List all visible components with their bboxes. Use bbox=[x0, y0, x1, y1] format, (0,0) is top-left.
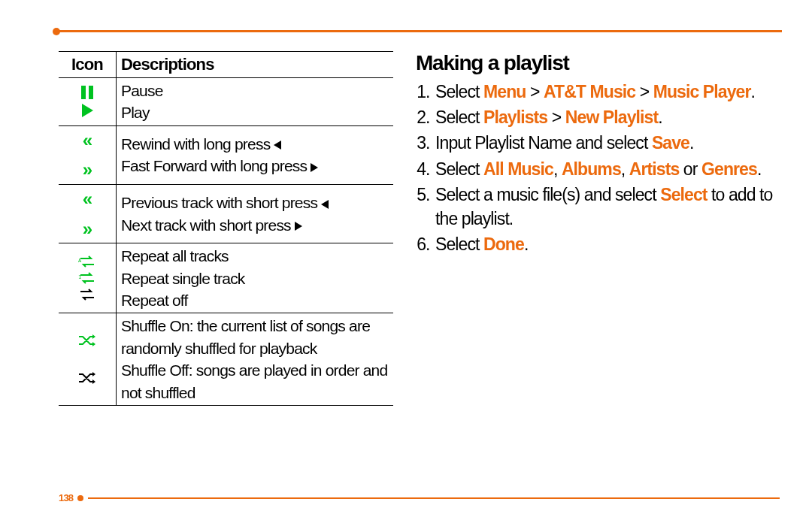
em-done: Done bbox=[483, 234, 524, 254]
prev-track-icon: « bbox=[83, 186, 92, 212]
repeat-all-icon: A bbox=[77, 255, 97, 268]
desc-play: Play bbox=[121, 101, 389, 123]
play-icon bbox=[82, 104, 93, 117]
desc-sh-on: Shuffle On: the current list of songs ar… bbox=[121, 315, 389, 359]
th-icon: Icon bbox=[59, 52, 117, 78]
step-2: Select Playlists > New Playlist. bbox=[434, 105, 782, 129]
rewind-icon: « bbox=[83, 128, 92, 153]
step-3: Input Playlist Name and select Save. bbox=[434, 131, 782, 155]
cell-icons-seek: « » bbox=[59, 125, 117, 184]
desc-pause: Pause bbox=[121, 80, 389, 101]
divider-top-dot bbox=[53, 28, 60, 35]
left-triangle-icon-2 bbox=[321, 200, 329, 209]
desc-next: Next track with short press bbox=[121, 214, 389, 236]
footer-dot-icon bbox=[77, 495, 83, 501]
em-select: Select bbox=[660, 185, 707, 204]
cell-desc-track: Previous track with short press Next tra… bbox=[117, 184, 394, 243]
em-menu: Menu bbox=[483, 82, 526, 101]
step-6: Select Done. bbox=[434, 232, 782, 256]
step-4: Select All Music, Albums, Artists or Gen… bbox=[434, 157, 782, 181]
em-save: Save bbox=[652, 133, 689, 153]
cell-icons-playpause bbox=[59, 78, 117, 126]
step-1: Select Menu > AT&T Music > Music Player. bbox=[434, 80, 782, 104]
cell-desc-repeat: Repeat all tracks Repeat single track Re… bbox=[117, 243, 394, 313]
cell-desc-shuffle: Shuffle On: the current list of songs ar… bbox=[117, 313, 394, 406]
repeat-off-icon bbox=[77, 289, 97, 301]
cell-desc-seek: Rewind with long press Fast Forward with… bbox=[117, 125, 394, 184]
page-footer: 138 bbox=[59, 492, 780, 503]
cell-desc-playpause: Pause Play bbox=[117, 78, 394, 126]
page-number: 138 bbox=[59, 492, 73, 503]
steps-list: Select Menu > AT&T Music > Music Player.… bbox=[416, 80, 782, 256]
instructions-column: Making a playlist Select Menu > AT&T Mus… bbox=[416, 51, 782, 484]
em-music-player: Music Player bbox=[653, 82, 751, 101]
em-att-music: AT&T Music bbox=[544, 82, 635, 101]
em-albums: Albums bbox=[562, 159, 621, 179]
desc-rewind: Rewind with long press bbox=[121, 133, 389, 155]
em-genres: Genres bbox=[701, 159, 757, 179]
right-triangle-icon bbox=[311, 163, 318, 172]
section-heading: Making a playlist bbox=[416, 51, 782, 75]
em-playlists: Playlists bbox=[483, 107, 547, 127]
svg-text:1: 1 bbox=[78, 274, 81, 280]
icon-descriptions-table: Icon Descriptions Pause Play bbox=[59, 51, 393, 406]
right-triangle-icon-2 bbox=[295, 222, 302, 231]
desc-ff: Fast Forward with long press bbox=[121, 155, 389, 177]
desc-sh-off: Shuffle Off: songs are played in order a… bbox=[121, 359, 389, 404]
divider-top bbox=[56, 30, 782, 32]
shuffle-on-icon bbox=[77, 334, 97, 346]
em-artists: Artists bbox=[629, 159, 680, 179]
th-desc: Descriptions bbox=[117, 52, 394, 78]
page-body: Icon Descriptions Pause Play bbox=[59, 51, 782, 484]
step-5: Select a music file(s) and select Select… bbox=[434, 183, 782, 231]
cell-icons-shuffle bbox=[59, 313, 117, 406]
desc-rep-off: Repeat off bbox=[121, 289, 389, 311]
icon-table-column: Icon Descriptions Pause Play bbox=[59, 51, 393, 484]
em-new-playlist: New Playlist bbox=[565, 107, 658, 127]
footer-rule bbox=[88, 497, 780, 499]
desc-rep-one: Repeat single track bbox=[121, 268, 389, 289]
fastforward-icon: » bbox=[83, 157, 92, 183]
shuffle-off-icon bbox=[77, 372, 97, 384]
desc-prev: Previous track with short press bbox=[121, 192, 389, 213]
left-triangle-icon bbox=[274, 141, 281, 150]
repeat-one-icon: 1 bbox=[77, 272, 97, 284]
em-all-music: All Music bbox=[483, 159, 553, 179]
next-track-icon: » bbox=[83, 216, 92, 242]
pause-icon bbox=[81, 86, 93, 99]
cell-icons-repeat: A 1 bbox=[59, 243, 117, 313]
desc-rep-all: Repeat all tracks bbox=[121, 245, 389, 267]
cell-icons-track: « » bbox=[59, 184, 117, 243]
